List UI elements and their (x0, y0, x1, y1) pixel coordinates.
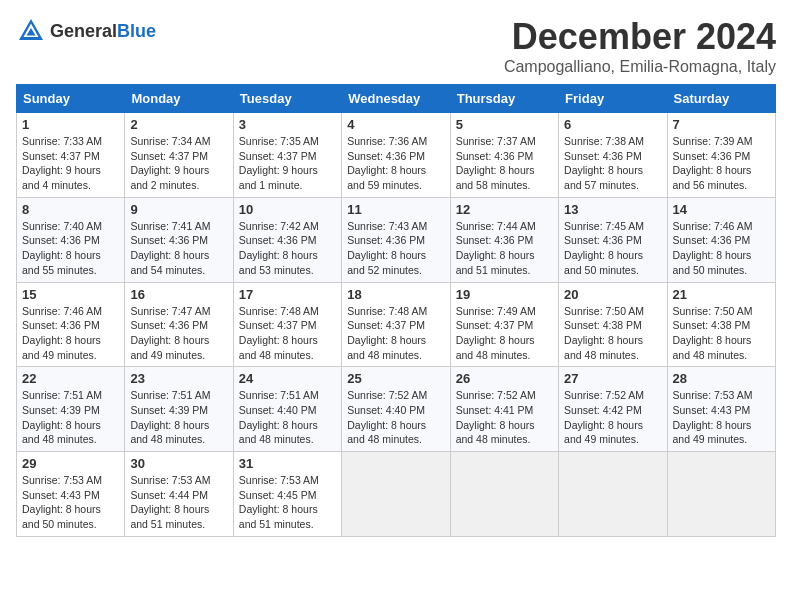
calendar-cell: 18Sunrise: 7:48 AMSunset: 4:37 PMDayligh… (342, 282, 450, 367)
cell-line: Daylight: 8 hours (239, 333, 336, 348)
cell-line: Sunset: 4:43 PM (673, 403, 770, 418)
cell-content: Sunrise: 7:46 AMSunset: 4:36 PMDaylight:… (22, 304, 119, 363)
calendar-cell: 16Sunrise: 7:47 AMSunset: 4:36 PMDayligh… (125, 282, 233, 367)
cell-line: and 50 minutes. (673, 263, 770, 278)
day-number: 21 (673, 287, 770, 302)
cell-line: Daylight: 8 hours (347, 248, 444, 263)
cell-line: Sunrise: 7:37 AM (456, 134, 553, 149)
title-area: December 2024 Campogalliano, Emilia-Roma… (504, 16, 776, 76)
cell-content: Sunrise: 7:45 AMSunset: 4:36 PMDaylight:… (564, 219, 661, 278)
cell-line: and 51 minutes. (239, 517, 336, 532)
cell-content: Sunrise: 7:42 AMSunset: 4:36 PMDaylight:… (239, 219, 336, 278)
cell-line: Sunrise: 7:34 AM (130, 134, 227, 149)
cell-line: Sunset: 4:36 PM (22, 233, 119, 248)
weekday-header-monday: Monday (125, 85, 233, 113)
calendar-cell: 28Sunrise: 7:53 AMSunset: 4:43 PMDayligh… (667, 367, 775, 452)
cell-line: and 1 minute. (239, 178, 336, 193)
calendar-cell: 26Sunrise: 7:52 AMSunset: 4:41 PMDayligh… (450, 367, 558, 452)
calendar-cell: 4Sunrise: 7:36 AMSunset: 4:36 PMDaylight… (342, 113, 450, 198)
day-number: 14 (673, 202, 770, 217)
logo-text-general: General (50, 21, 117, 41)
logo-text-blue: Blue (117, 21, 156, 41)
cell-line: Sunrise: 7:50 AM (673, 304, 770, 319)
cell-content: Sunrise: 7:50 AMSunset: 4:38 PMDaylight:… (564, 304, 661, 363)
cell-line: Daylight: 8 hours (22, 418, 119, 433)
calendar-cell: 3Sunrise: 7:35 AMSunset: 4:37 PMDaylight… (233, 113, 341, 198)
cell-line: Sunrise: 7:48 AM (239, 304, 336, 319)
cell-line: and 57 minutes. (564, 178, 661, 193)
cell-line: Sunset: 4:36 PM (456, 233, 553, 248)
day-number: 16 (130, 287, 227, 302)
cell-content: Sunrise: 7:44 AMSunset: 4:36 PMDaylight:… (456, 219, 553, 278)
calendar-cell: 11Sunrise: 7:43 AMSunset: 4:36 PMDayligh… (342, 197, 450, 282)
cell-line: Sunrise: 7:52 AM (564, 388, 661, 403)
cell-line: Sunset: 4:38 PM (673, 318, 770, 333)
day-number: 24 (239, 371, 336, 386)
calendar-cell: 25Sunrise: 7:52 AMSunset: 4:40 PMDayligh… (342, 367, 450, 452)
cell-line: Sunset: 4:37 PM (130, 149, 227, 164)
cell-line: Sunrise: 7:33 AM (22, 134, 119, 149)
cell-line: Daylight: 8 hours (673, 163, 770, 178)
day-number: 3 (239, 117, 336, 132)
cell-line: Sunrise: 7:45 AM (564, 219, 661, 234)
cell-line: and 48 minutes. (347, 348, 444, 363)
cell-content: Sunrise: 7:35 AMSunset: 4:37 PMDaylight:… (239, 134, 336, 193)
cell-line: Sunset: 4:36 PM (347, 233, 444, 248)
cell-line: and 51 minutes. (130, 517, 227, 532)
cell-line: Sunrise: 7:49 AM (456, 304, 553, 319)
cell-line: and 48 minutes. (673, 348, 770, 363)
cell-line: Daylight: 8 hours (673, 333, 770, 348)
cell-line: Sunrise: 7:53 AM (239, 473, 336, 488)
day-number: 4 (347, 117, 444, 132)
cell-content: Sunrise: 7:46 AMSunset: 4:36 PMDaylight:… (673, 219, 770, 278)
cell-line: Daylight: 8 hours (239, 418, 336, 433)
day-number: 30 (130, 456, 227, 471)
cell-line: Sunset: 4:45 PM (239, 488, 336, 503)
cell-line: and 48 minutes. (564, 348, 661, 363)
cell-content: Sunrise: 7:47 AMSunset: 4:36 PMDaylight:… (130, 304, 227, 363)
cell-content: Sunrise: 7:34 AMSunset: 4:37 PMDaylight:… (130, 134, 227, 193)
header: GeneralBlue December 2024 Campogalliano,… (16, 16, 776, 76)
day-number: 9 (130, 202, 227, 217)
cell-content: Sunrise: 7:41 AMSunset: 4:36 PMDaylight:… (130, 219, 227, 278)
cell-content: Sunrise: 7:48 AMSunset: 4:37 PMDaylight:… (347, 304, 444, 363)
cell-line: Sunrise: 7:53 AM (130, 473, 227, 488)
calendar-cell: 31Sunrise: 7:53 AMSunset: 4:45 PMDayligh… (233, 452, 341, 537)
cell-line: Daylight: 8 hours (130, 333, 227, 348)
cell-line: Sunset: 4:37 PM (239, 149, 336, 164)
cell-line: Sunset: 4:36 PM (564, 233, 661, 248)
cell-line: and 49 minutes. (22, 348, 119, 363)
cell-content: Sunrise: 7:48 AMSunset: 4:37 PMDaylight:… (239, 304, 336, 363)
calendar-cell: 17Sunrise: 7:48 AMSunset: 4:37 PMDayligh… (233, 282, 341, 367)
cell-content: Sunrise: 7:49 AMSunset: 4:37 PMDaylight:… (456, 304, 553, 363)
cell-line: and 48 minutes. (130, 432, 227, 447)
cell-line: and 48 minutes. (456, 432, 553, 447)
cell-content: Sunrise: 7:33 AMSunset: 4:37 PMDaylight:… (22, 134, 119, 193)
calendar-cell: 5Sunrise: 7:37 AMSunset: 4:36 PMDaylight… (450, 113, 558, 198)
day-number: 17 (239, 287, 336, 302)
day-number: 12 (456, 202, 553, 217)
logo: GeneralBlue (16, 16, 156, 46)
cell-line: and 49 minutes. (564, 432, 661, 447)
calendar-cell: 21Sunrise: 7:50 AMSunset: 4:38 PMDayligh… (667, 282, 775, 367)
cell-line: and 56 minutes. (673, 178, 770, 193)
cell-line: Sunrise: 7:52 AM (347, 388, 444, 403)
calendar-cell: 2Sunrise: 7:34 AMSunset: 4:37 PMDaylight… (125, 113, 233, 198)
calendar-cell: 12Sunrise: 7:44 AMSunset: 4:36 PMDayligh… (450, 197, 558, 282)
cell-line: Sunrise: 7:52 AM (456, 388, 553, 403)
day-number: 11 (347, 202, 444, 217)
cell-line: and 50 minutes. (564, 263, 661, 278)
cell-line: Sunrise: 7:43 AM (347, 219, 444, 234)
cell-line: Sunrise: 7:36 AM (347, 134, 444, 149)
cell-line: Sunrise: 7:51 AM (22, 388, 119, 403)
cell-line: Sunrise: 7:53 AM (673, 388, 770, 403)
cell-line: Daylight: 8 hours (130, 418, 227, 433)
calendar-cell: 1Sunrise: 7:33 AMSunset: 4:37 PMDaylight… (17, 113, 125, 198)
cell-line: Daylight: 8 hours (239, 502, 336, 517)
cell-line: Sunrise: 7:51 AM (239, 388, 336, 403)
calendar-cell (450, 452, 558, 537)
calendar-cell: 27Sunrise: 7:52 AMSunset: 4:42 PMDayligh… (559, 367, 667, 452)
calendar-cell: 13Sunrise: 7:45 AMSunset: 4:36 PMDayligh… (559, 197, 667, 282)
cell-line: Sunset: 4:41 PM (456, 403, 553, 418)
cell-content: Sunrise: 7:53 AMSunset: 4:45 PMDaylight:… (239, 473, 336, 532)
